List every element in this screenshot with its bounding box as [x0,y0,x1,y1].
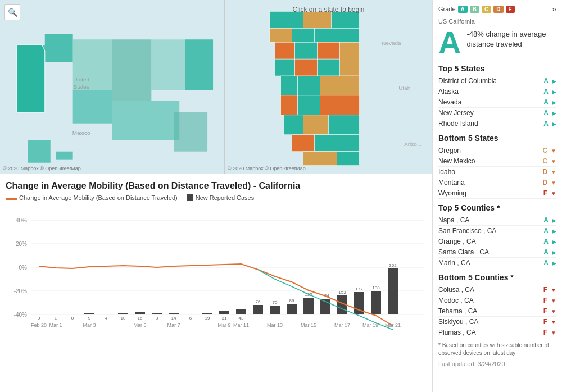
bottom5counties-title: Bottom 5 Counties * [438,273,556,282]
svg-rect-48 [84,313,94,314]
svg-rect-54 [185,314,196,314]
svg-text:19: 19 [205,316,210,321]
bot-county-1[interactable]: Colusa , CA F ▼ [438,285,556,295]
top-state-2[interactable]: Alaska A ▶ [438,86,556,97]
top-county-5[interactable]: Marin , CA A ▶ [438,258,556,268]
svg-text:4: 4 [105,316,108,321]
svg-rect-21 [318,59,340,76]
svg-text:6: 6 [189,316,192,321]
bot-county-4-grade: F [543,318,547,326]
top-county-2[interactable]: San Francisco , CA A ▶ [438,226,556,236]
top-county-1[interactable]: Napa , CA A ▶ [438,215,556,226]
top5counties-list: Napa , CA A ▶ San Francisco , CA A ▶ Ora… [438,215,556,268]
top-state-4-arrow: ▶ [552,110,556,116]
top-county-5-grade: A [543,259,549,267]
bottom5states-list: Oregon C ▼ New Mexico C ▼ Idaho D ▼ Mont… [438,145,556,199]
ca-map[interactable]: Click on a state to begin Nevada Utah Ar… [225,0,432,174]
svg-rect-32 [315,135,360,152]
top-state-5[interactable]: Rhode Island A ▶ [438,118,556,129]
svg-rect-46 [51,314,61,314]
top-county-2-name: San Francisco , CA [438,227,540,235]
bot-county-5-arrow: ▼ [551,330,556,336]
svg-text:States: States [74,84,89,90]
bot-county-2-arrow: ▼ [551,298,556,304]
bot-state-4-arrow: ▼ [551,180,556,186]
grade-chip-d: D [493,6,503,13]
us-map[interactable]: 🔍 [0,0,225,174]
svg-rect-31 [292,135,315,152]
svg-text:Mexico: Mexico [72,130,90,136]
top-state-1-name: District of Columbia [438,77,540,85]
expand-icon[interactable]: » [552,4,556,13]
svg-text:Mar 19: Mar 19 [362,322,378,328]
bot-county-2[interactable]: Modoc , CA F ▼ [438,295,556,306]
svg-rect-55 [202,313,212,314]
svg-rect-11 [270,28,292,42]
bot-state-1-name: Oregon [438,147,539,154]
bot-county-4[interactable]: Siskiyou , CA F ▼ [438,317,556,327]
top-county-4-grade: A [543,248,549,256]
svg-rect-18 [339,42,359,76]
bot-county-1-grade: F [543,286,547,294]
top-county-1-grade: A [543,216,549,224]
grade-hero-description: -48% change in average distance traveled [466,27,556,49]
sidebar: Grade A B C D F » US California A -48% c… [433,0,562,392]
top-county-3-name: Orange , CA [438,238,540,245]
grade-chip-a: A [458,6,468,13]
bot-state-5[interactable]: Wyoming F ▼ [438,188,556,199]
top5states-title: Top 5 States [438,64,556,73]
bot-state-4[interactable]: Montana D ▼ [438,177,556,188]
bot-state-3[interactable]: Idaho D ▼ [438,167,556,177]
svg-text:Nevada: Nevada [382,40,401,46]
bot-county-4-name: Siskiyou , CA [438,318,540,326]
bot-county-5[interactable]: Plumas , CA F ▼ [438,327,556,338]
top-state-4[interactable]: New Jersey A ▶ [438,108,556,118]
chart-area: Change in Average Mobility (Based on Dis… [0,174,432,392]
svg-text:152: 152 [338,290,346,295]
svg-rect-47 [67,314,78,314]
svg-text:0%: 0% [19,265,28,271]
bot-county-3-name: Tehama , CA [438,307,540,315]
svg-rect-16 [295,42,318,59]
svg-rect-22 [281,76,298,95]
legend-cases: New Reported Cases [187,194,255,201]
bot-state-2[interactable]: New Mexico C ▼ [438,156,556,167]
top-state-3[interactable]: Nevada A ▶ [438,97,556,108]
bot-state-5-arrow: ▼ [551,190,556,197]
bottom5counties-list: Colusa , CA F ▼ Modoc , CA F ▼ Tehama , … [438,285,556,338]
svg-rect-8 [270,11,303,28]
bot-county-3[interactable]: Tehama , CA F ▼ [438,306,556,317]
bot-state-1[interactable]: Oregon C ▼ [438,145,556,156]
chart-legend: Change in Average Mobility (Based on Dis… [6,194,427,201]
svg-text:1: 1 [55,316,57,321]
bot-state-3-arrow: ▼ [551,169,556,175]
grade-bar: Grade A B C D F » [438,4,556,13]
svg-rect-59 [270,306,280,314]
bot-state-4-grade: D [542,179,547,186]
bot-state-2-grade: C [542,157,547,165]
top-state-3-name: Nevada [438,98,540,106]
svg-rect-28 [284,115,303,135]
bot-county-1-arrow: ▼ [551,287,556,293]
svg-rect-33 [303,152,337,166]
top-state-1[interactable]: District of Columbia A ▶ [438,76,556,86]
svg-text:Utah: Utah [398,85,410,91]
svg-text:9: 9 [88,316,91,321]
top-county-4[interactable]: Santa Clara , CA A ▶ [438,247,556,258]
svg-text:8: 8 [156,316,158,321]
top-state-1-grade: A [543,77,549,85]
map-search-button[interactable]: 🔍 [4,4,20,20]
top5states-list: District of Columbia A ▶ Alaska A ▶ Neva… [438,76,556,129]
svg-rect-23 [298,76,320,95]
bot-state-5-name: Wyoming [438,189,540,197]
us-map-copyright: © 2020 Mapbox © OpenStreetMap [3,166,81,171]
svg-text:-40%: -40% [14,312,27,318]
svg-text:40%: 40% [16,217,27,224]
top-state-4-grade: A [543,109,549,117]
top-county-3[interactable]: Orange , CA A ▶ [438,236,556,247]
top-state-2-name: Alaska [438,88,540,95]
grade-label: Grade [438,6,456,12]
svg-text:-20%: -20% [14,288,27,294]
svg-rect-13 [315,28,337,42]
bot-county-5-name: Plumas , CA [438,329,540,336]
